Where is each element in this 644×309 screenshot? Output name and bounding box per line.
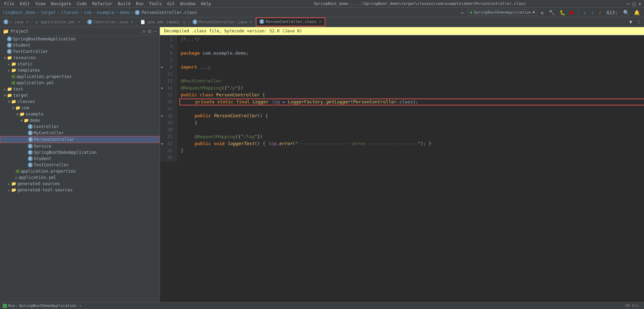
class-icon: C — [135, 10, 140, 15]
tab-close-personcontroller-class[interactable]: ✕ — [319, 19, 321, 24]
tab-list-button[interactable]: ▼ — [628, 18, 634, 25]
menu-refactor[interactable]: Refactor — [89, 1, 115, 7]
menu-run[interactable]: Run — [133, 1, 146, 7]
tree-item-test[interactable]: ► 📁 test — [0, 86, 160, 92]
tab-personcontroller-class[interactable]: C PersonController.class ✕ — [256, 17, 325, 26]
tree-arrow-test: ► — [3, 87, 7, 91]
main-layout: 📁 Project ≡ ⚙ − C SpringBootDemoApplicat… — [0, 27, 644, 302]
menu-window[interactable]: Window — [178, 1, 198, 7]
tree-item-springbootdemoapp-class[interactable]: C SpringBootDemoApplication — [0, 149, 160, 156]
tree-item-application-yml[interactable]: 🌿 application.yml — [0, 80, 160, 86]
tree-item-generated-sources[interactable]: ► 📁 generated-sources — [0, 181, 160, 187]
breadcrumb-example[interactable]: example — [97, 10, 114, 15]
menu-view[interactable]: View — [33, 1, 48, 7]
tree-item-example[interactable]: ▼ 📁 example — [0, 111, 160, 117]
folder-icon: 📁 — [11, 62, 16, 66]
breadcrumb-demo[interactable]: demo — [120, 10, 130, 15]
tree-item-com[interactable]: ▼ 📁 com — [0, 105, 160, 111]
status-close-btn[interactable]: ✕ — [79, 303, 82, 308]
tab-close-controller-java[interactable]: ✕ — [131, 20, 133, 24]
tree-item-student-class[interactable]: C Student — [0, 156, 160, 162]
tree-item-application-properties-2[interactable]: 🌿 application.properties — [0, 168, 160, 174]
run-status-icon — [3, 304, 7, 308]
git-push-button[interactable]: ↑ — [589, 9, 595, 16]
stop-button[interactable]: ■ — [569, 9, 574, 16]
build-button[interactable]: 🔨 — [547, 9, 556, 16]
git-update-button[interactable]: ↓ — [582, 9, 587, 16]
tab-personcontroller-java[interactable]: C PersonController.java ✕ — [189, 17, 256, 26]
run-config[interactable]: ● SpringBootDemoApplication ▼ — [467, 9, 537, 16]
tree-item-target[interactable]: ▼ 📁 target — [0, 92, 160, 98]
line-num-17: 17 — [160, 105, 174, 112]
tree-item-service-class[interactable]: C Service — [0, 143, 160, 149]
tree-item-personcontroller-selected[interactable]: C PersonController — [0, 136, 160, 143]
line-num-25: 25 — [160, 147, 174, 154]
menu-edit[interactable]: Edit — [17, 1, 33, 7]
close-button[interactable]: ✕ — [637, 0, 643, 7]
tree-item-static[interactable]: ► 📁 static — [0, 61, 160, 67]
tab-pom-xml[interactable]: 📄 pom.xml (demo) ✕ — [137, 17, 189, 26]
breadcrumb-classes[interactable]: classes — [61, 10, 79, 15]
tree-item-resources[interactable]: ▼ 📁 resources — [0, 55, 160, 61]
tree-item-controller-class[interactable]: C Controller — [0, 124, 160, 130]
run-config-label: SpringBootDemoApplication — [474, 10, 531, 15]
git-menu-button[interactable]: Git: — [605, 9, 620, 16]
code-content[interactable]: /*...*/ package com.example.demo; import… — [177, 35, 644, 162]
breadcrumb-target[interactable]: target — [41, 10, 56, 15]
back-button[interactable]: ← — [460, 9, 465, 16]
tree-item-mycontroller-class[interactable]: C MyController — [0, 130, 160, 136]
menu-file[interactable]: File — [1, 1, 17, 7]
tree-item-demo[interactable]: ▼ 📁 demo — [0, 117, 160, 124]
menu-git[interactable]: Git — [164, 1, 178, 7]
tab-label-personcontroller-java: PersonController.java — [199, 20, 247, 24]
search-button[interactable]: 🔍 — [622, 9, 630, 16]
code-line-6: package com.example.demo; — [181, 50, 644, 57]
breadcrumb-project[interactable]: ringBoot_demo — [3, 10, 35, 15]
folder-icon: 📁 — [11, 99, 16, 104]
line-num-8: ▶8 — [160, 64, 174, 71]
line-num-5: 5 — [160, 43, 174, 50]
tab-close-application-yml[interactable]: ✕ — [78, 20, 80, 24]
tab-close-personcontroller-java[interactable]: ✕ — [250, 20, 252, 24]
tab-icon-controller-java: C — [87, 19, 92, 24]
tree-item-testcontroller[interactable]: C TestController — [0, 48, 160, 55]
tree-item-templates[interactable]: ► 📁 templates — [0, 67, 160, 73]
sidebar-settings-button[interactable]: ⚙ — [147, 29, 152, 34]
tab-r-java[interactable]: C r.java ✕ — [0, 17, 32, 26]
line-num-1: 1 — [160, 36, 174, 43]
sidebar-hide-button[interactable]: − — [154, 29, 157, 34]
tree-item-testcontroller-class[interactable]: C TestController — [0, 162, 160, 168]
line-num-18: ▶18 — [160, 112, 174, 119]
tab-controller-java[interactable]: C Controller.java ✕ — [84, 17, 137, 26]
tab-close-pom-xml[interactable]: ✕ — [183, 20, 185, 24]
code-area: 1 5 6 7 ▶8 12 13 ▶14 15 16 17 ▶18 19 20 … — [160, 35, 644, 162]
editor[interactable]: Decompiled .class file, bytecode version… — [160, 27, 644, 302]
tree-item-classes[interactable]: ▼ 📁 classes — [0, 98, 160, 105]
tree-item-generated-test-sources[interactable]: ► 📁 generated-test-sources — [0, 187, 160, 193]
run-config-chevron[interactable]: ▼ — [532, 10, 535, 15]
tab-application-yml[interactable]: ▶ application.yml ✕ — [32, 17, 84, 26]
tab-close-r-java[interactable]: ✕ — [26, 20, 29, 24]
menu-navigate[interactable]: Navigate — [48, 1, 74, 7]
maximize-button[interactable]: □ — [631, 0, 637, 7]
tab-more-button[interactable]: ⋮ — [635, 18, 643, 25]
tree-item-application-yml-2[interactable]: ⚙ application.yml — [0, 174, 160, 181]
tree-item-application-properties[interactable]: 🌿 application.properties — [0, 73, 160, 80]
line-num-19: 19 — [160, 119, 174, 126]
code-line-12 — [181, 71, 644, 78]
menu-help[interactable]: Help — [198, 1, 214, 7]
breadcrumb-com[interactable]: com — [84, 10, 92, 15]
tree-arrow-resources: ▼ — [3, 56, 7, 60]
refresh-button[interactable]: ↻ — [539, 9, 545, 16]
notifications-button[interactable]: 🔔 — [633, 9, 641, 16]
menu-tools[interactable]: Tools — [146, 1, 164, 7]
sidebar-collapse-button[interactable]: ≡ — [142, 29, 145, 34]
tree-item-student[interactable]: C Student — [0, 42, 160, 48]
minimize-button[interactable]: ─ — [626, 0, 631, 7]
menu-build[interactable]: Build — [115, 1, 133, 7]
menu-code[interactable]: Code — [74, 1, 90, 7]
debug-button[interactable]: 🐛 — [558, 9, 567, 16]
folder-icon: 📁 — [24, 118, 29, 123]
tree-item-springbootdemo[interactable]: C SpringBootDemoApplication — [0, 36, 160, 42]
git-commit-button[interactable]: ✓ — [597, 9, 603, 16]
